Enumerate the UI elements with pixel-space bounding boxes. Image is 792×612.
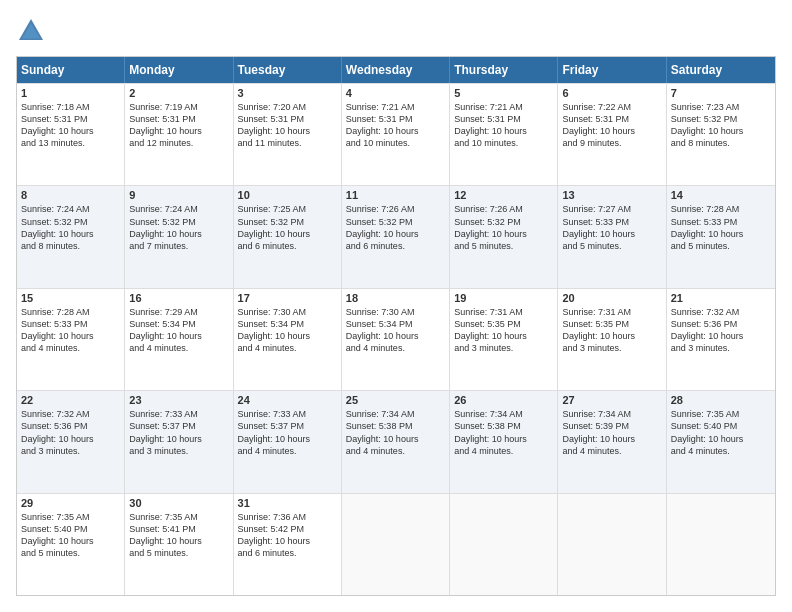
day-number: 25 bbox=[346, 394, 445, 406]
calendar-cell: 30Sunrise: 7:35 AM Sunset: 5:41 PM Dayli… bbox=[125, 494, 233, 595]
weekday-saturday: Saturday bbox=[667, 57, 775, 83]
cell-info: Sunrise: 7:35 AM Sunset: 5:41 PM Dayligh… bbox=[129, 511, 228, 560]
logo-icon bbox=[16, 16, 46, 46]
calendar-cell: 19Sunrise: 7:31 AM Sunset: 5:35 PM Dayli… bbox=[450, 289, 558, 390]
day-number: 26 bbox=[454, 394, 553, 406]
empty-cell bbox=[667, 494, 775, 595]
cell-info: Sunrise: 7:34 AM Sunset: 5:38 PM Dayligh… bbox=[454, 408, 553, 457]
cell-info: Sunrise: 7:35 AM Sunset: 5:40 PM Dayligh… bbox=[21, 511, 120, 560]
weekday-thursday: Thursday bbox=[450, 57, 558, 83]
weekday-monday: Monday bbox=[125, 57, 233, 83]
calendar-cell: 10Sunrise: 7:25 AM Sunset: 5:32 PM Dayli… bbox=[234, 186, 342, 287]
day-number: 31 bbox=[238, 497, 337, 509]
calendar-row: 22Sunrise: 7:32 AM Sunset: 5:36 PM Dayli… bbox=[17, 390, 775, 492]
cell-info: Sunrise: 7:19 AM Sunset: 5:31 PM Dayligh… bbox=[129, 101, 228, 150]
calendar-cell: 28Sunrise: 7:35 AM Sunset: 5:40 PM Dayli… bbox=[667, 391, 775, 492]
day-number: 6 bbox=[562, 87, 661, 99]
calendar: Sunday Monday Tuesday Wednesday Thursday… bbox=[16, 56, 776, 596]
day-number: 9 bbox=[129, 189, 228, 201]
calendar-cell: 5Sunrise: 7:21 AM Sunset: 5:31 PM Daylig… bbox=[450, 84, 558, 185]
calendar-cell: 13Sunrise: 7:27 AM Sunset: 5:33 PM Dayli… bbox=[558, 186, 666, 287]
calendar-cell: 31Sunrise: 7:36 AM Sunset: 5:42 PM Dayli… bbox=[234, 494, 342, 595]
empty-cell bbox=[450, 494, 558, 595]
day-number: 17 bbox=[238, 292, 337, 304]
day-number: 15 bbox=[21, 292, 120, 304]
calendar-row: 15Sunrise: 7:28 AM Sunset: 5:33 PM Dayli… bbox=[17, 288, 775, 390]
cell-info: Sunrise: 7:32 AM Sunset: 5:36 PM Dayligh… bbox=[671, 306, 771, 355]
cell-info: Sunrise: 7:27 AM Sunset: 5:33 PM Dayligh… bbox=[562, 203, 661, 252]
calendar-body: 1Sunrise: 7:18 AM Sunset: 5:31 PM Daylig… bbox=[17, 83, 775, 595]
page: Sunday Monday Tuesday Wednesday Thursday… bbox=[0, 0, 792, 612]
day-number: 19 bbox=[454, 292, 553, 304]
calendar-cell: 3Sunrise: 7:20 AM Sunset: 5:31 PM Daylig… bbox=[234, 84, 342, 185]
calendar-cell: 23Sunrise: 7:33 AM Sunset: 5:37 PM Dayli… bbox=[125, 391, 233, 492]
calendar-cell: 24Sunrise: 7:33 AM Sunset: 5:37 PM Dayli… bbox=[234, 391, 342, 492]
logo bbox=[16, 16, 50, 46]
cell-info: Sunrise: 7:24 AM Sunset: 5:32 PM Dayligh… bbox=[129, 203, 228, 252]
cell-info: Sunrise: 7:31 AM Sunset: 5:35 PM Dayligh… bbox=[454, 306, 553, 355]
cell-info: Sunrise: 7:28 AM Sunset: 5:33 PM Dayligh… bbox=[21, 306, 120, 355]
cell-info: Sunrise: 7:33 AM Sunset: 5:37 PM Dayligh… bbox=[238, 408, 337, 457]
cell-info: Sunrise: 7:31 AM Sunset: 5:35 PM Dayligh… bbox=[562, 306, 661, 355]
cell-info: Sunrise: 7:32 AM Sunset: 5:36 PM Dayligh… bbox=[21, 408, 120, 457]
cell-info: Sunrise: 7:21 AM Sunset: 5:31 PM Dayligh… bbox=[346, 101, 445, 150]
calendar-cell: 9Sunrise: 7:24 AM Sunset: 5:32 PM Daylig… bbox=[125, 186, 233, 287]
calendar-header: Sunday Monday Tuesday Wednesday Thursday… bbox=[17, 57, 775, 83]
cell-info: Sunrise: 7:33 AM Sunset: 5:37 PM Dayligh… bbox=[129, 408, 228, 457]
day-number: 28 bbox=[671, 394, 771, 406]
calendar-cell: 25Sunrise: 7:34 AM Sunset: 5:38 PM Dayli… bbox=[342, 391, 450, 492]
cell-info: Sunrise: 7:36 AM Sunset: 5:42 PM Dayligh… bbox=[238, 511, 337, 560]
calendar-cell: 16Sunrise: 7:29 AM Sunset: 5:34 PM Dayli… bbox=[125, 289, 233, 390]
calendar-row: 29Sunrise: 7:35 AM Sunset: 5:40 PM Dayli… bbox=[17, 493, 775, 595]
cell-info: Sunrise: 7:28 AM Sunset: 5:33 PM Dayligh… bbox=[671, 203, 771, 252]
calendar-cell: 8Sunrise: 7:24 AM Sunset: 5:32 PM Daylig… bbox=[17, 186, 125, 287]
day-number: 11 bbox=[346, 189, 445, 201]
calendar-cell: 2Sunrise: 7:19 AM Sunset: 5:31 PM Daylig… bbox=[125, 84, 233, 185]
cell-info: Sunrise: 7:30 AM Sunset: 5:34 PM Dayligh… bbox=[238, 306, 337, 355]
empty-cell bbox=[558, 494, 666, 595]
cell-info: Sunrise: 7:25 AM Sunset: 5:32 PM Dayligh… bbox=[238, 203, 337, 252]
day-number: 5 bbox=[454, 87, 553, 99]
day-number: 21 bbox=[671, 292, 771, 304]
day-number: 10 bbox=[238, 189, 337, 201]
day-number: 27 bbox=[562, 394, 661, 406]
calendar-cell: 20Sunrise: 7:31 AM Sunset: 5:35 PM Dayli… bbox=[558, 289, 666, 390]
calendar-cell: 29Sunrise: 7:35 AM Sunset: 5:40 PM Dayli… bbox=[17, 494, 125, 595]
calendar-cell: 21Sunrise: 7:32 AM Sunset: 5:36 PM Dayli… bbox=[667, 289, 775, 390]
calendar-cell: 7Sunrise: 7:23 AM Sunset: 5:32 PM Daylig… bbox=[667, 84, 775, 185]
calendar-cell: 6Sunrise: 7:22 AM Sunset: 5:31 PM Daylig… bbox=[558, 84, 666, 185]
cell-info: Sunrise: 7:26 AM Sunset: 5:32 PM Dayligh… bbox=[454, 203, 553, 252]
cell-info: Sunrise: 7:21 AM Sunset: 5:31 PM Dayligh… bbox=[454, 101, 553, 150]
calendar-cell: 26Sunrise: 7:34 AM Sunset: 5:38 PM Dayli… bbox=[450, 391, 558, 492]
weekday-sunday: Sunday bbox=[17, 57, 125, 83]
day-number: 29 bbox=[21, 497, 120, 509]
cell-info: Sunrise: 7:24 AM Sunset: 5:32 PM Dayligh… bbox=[21, 203, 120, 252]
day-number: 30 bbox=[129, 497, 228, 509]
day-number: 22 bbox=[21, 394, 120, 406]
day-number: 2 bbox=[129, 87, 228, 99]
header bbox=[16, 16, 776, 46]
weekday-wednesday: Wednesday bbox=[342, 57, 450, 83]
day-number: 12 bbox=[454, 189, 553, 201]
weekday-friday: Friday bbox=[558, 57, 666, 83]
calendar-cell: 22Sunrise: 7:32 AM Sunset: 5:36 PM Dayli… bbox=[17, 391, 125, 492]
calendar-cell: 17Sunrise: 7:30 AM Sunset: 5:34 PM Dayli… bbox=[234, 289, 342, 390]
cell-info: Sunrise: 7:23 AM Sunset: 5:32 PM Dayligh… bbox=[671, 101, 771, 150]
weekday-tuesday: Tuesday bbox=[234, 57, 342, 83]
cell-info: Sunrise: 7:29 AM Sunset: 5:34 PM Dayligh… bbox=[129, 306, 228, 355]
calendar-cell: 15Sunrise: 7:28 AM Sunset: 5:33 PM Dayli… bbox=[17, 289, 125, 390]
cell-info: Sunrise: 7:20 AM Sunset: 5:31 PM Dayligh… bbox=[238, 101, 337, 150]
calendar-row: 8Sunrise: 7:24 AM Sunset: 5:32 PM Daylig… bbox=[17, 185, 775, 287]
day-number: 13 bbox=[562, 189, 661, 201]
calendar-row: 1Sunrise: 7:18 AM Sunset: 5:31 PM Daylig… bbox=[17, 83, 775, 185]
empty-cell bbox=[342, 494, 450, 595]
day-number: 16 bbox=[129, 292, 228, 304]
calendar-cell: 1Sunrise: 7:18 AM Sunset: 5:31 PM Daylig… bbox=[17, 84, 125, 185]
calendar-cell: 4Sunrise: 7:21 AM Sunset: 5:31 PM Daylig… bbox=[342, 84, 450, 185]
cell-info: Sunrise: 7:35 AM Sunset: 5:40 PM Dayligh… bbox=[671, 408, 771, 457]
cell-info: Sunrise: 7:30 AM Sunset: 5:34 PM Dayligh… bbox=[346, 306, 445, 355]
day-number: 3 bbox=[238, 87, 337, 99]
cell-info: Sunrise: 7:18 AM Sunset: 5:31 PM Dayligh… bbox=[21, 101, 120, 150]
cell-info: Sunrise: 7:22 AM Sunset: 5:31 PM Dayligh… bbox=[562, 101, 661, 150]
day-number: 23 bbox=[129, 394, 228, 406]
